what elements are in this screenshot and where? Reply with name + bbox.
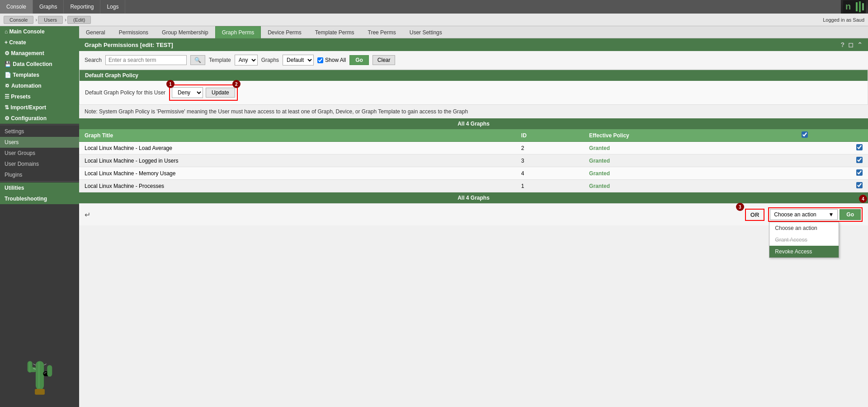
sidebar-item-templates[interactable]: 📄 Templates	[0, 70, 79, 80]
sidebar-item-data-collection[interactable]: 💾 Data Collection	[0, 59, 79, 70]
action-option-3[interactable]: Revoke Access	[769, 246, 839, 257]
content-area: General Permissions Group Membership Gra…	[79, 26, 868, 407]
action-option-2[interactable]: Grant Access	[769, 234, 839, 246]
tab-graph-perms[interactable]: Graph Perms	[215, 26, 261, 38]
graphs-select[interactable]: Default	[283, 55, 314, 65]
graph-id-3: 4	[516, 167, 584, 180]
cactus-image	[22, 353, 58, 398]
sidebar-divider-2	[0, 181, 79, 182]
action-option-1[interactable]: Choose an action	[769, 222, 839, 234]
cactus-logo	[0, 344, 79, 407]
sidebar-item-import-export[interactable]: ⇅ Import/Export	[0, 102, 79, 113]
annotation-1: 1	[166, 80, 175, 88]
col-checkbox	[796, 129, 868, 142]
page-header: Graph Permissions [edit: TEST] ? ◻ ⌃	[79, 38, 868, 51]
sidebar-item-create[interactable]: + Create	[0, 37, 79, 48]
sidebar-item-automation[interactable]: ⛭ Automation	[0, 80, 79, 91]
action-go-button[interactable]: Go	[840, 209, 861, 220]
sidebar-item-user-domains[interactable]: User Domains	[0, 159, 79, 169]
table-row: Local Linux Machine - Logged in Users 3 …	[79, 154, 868, 167]
policy-label: Default Graph Policy for this User	[85, 89, 165, 96]
row-checkbox-4[interactable]	[856, 182, 863, 188]
graph-table-section: All 4 Graphs Graph Title ID Effective Po…	[79, 118, 868, 203]
tab-user-settings[interactable]: User Settings	[403, 26, 449, 38]
tab-tree-perms[interactable]: Tree Perms	[361, 26, 403, 38]
row-checkbox-3[interactable]	[856, 169, 863, 176]
col-effective-policy: Effective Policy	[584, 129, 796, 142]
sidebar-item-user-groups[interactable]: User Groups	[0, 148, 79, 159]
table-row: Local Linux Machine - Memory Usage 4 Gra…	[79, 167, 868, 180]
template-select[interactable]: Any	[235, 55, 258, 65]
help-icon[interactable]: ?	[840, 41, 844, 48]
sidebar-item-troubleshooting[interactable]: Troubleshooting	[0, 193, 79, 204]
sidebar-divider-1	[0, 125, 79, 125]
graphs-label: Graphs	[261, 57, 279, 63]
tab-template-perms[interactable]: Template Perms	[308, 26, 361, 38]
row-checkbox-1[interactable]	[856, 144, 863, 150]
clear-button[interactable]: Clear	[373, 55, 396, 65]
breadcrumb-console[interactable]: Console	[4, 16, 33, 24]
nav-console[interactable]: Console	[0, 0, 33, 14]
show-all-checkbox[interactable]	[317, 57, 323, 63]
graph-check-4	[796, 180, 868, 192]
row-checkbox-2[interactable]	[856, 157, 863, 163]
sidebar-item-utilities[interactable]: Utilities	[0, 182, 79, 193]
svg-rect-9	[47, 365, 52, 376]
sidebar-item-configuration[interactable]: ⚙ Configuration	[0, 113, 79, 124]
collapse-icon[interactable]: ⌃	[857, 41, 863, 48]
sidebar-item-management[interactable]: ⚙ Management	[0, 48, 79, 59]
back-arrow-icon[interactable]: ↵	[85, 211, 90, 219]
sidebar-item-main-console[interactable]: ⌂ Main Console	[0, 26, 79, 37]
svg-line-15	[44, 364, 46, 365]
go-button[interactable]: Go	[349, 55, 369, 65]
table-row: Local Linux Machine - Load Average 2 Gra…	[79, 142, 868, 154]
annotation-4: 4	[859, 195, 867, 203]
update-button[interactable]: Update	[206, 88, 235, 98]
breadcrumb-users[interactable]: Users	[38, 16, 63, 24]
sidebar-item-settings[interactable]: Settings	[0, 126, 79, 137]
graph-id-2: 3	[516, 154, 584, 167]
template-label: Template	[209, 57, 231, 63]
breadcrumb-arrow-2: ›	[65, 17, 66, 23]
tab-device-perms[interactable]: Device Perms	[261, 26, 308, 38]
tab-group-membership[interactable]: Group Membership	[155, 26, 215, 38]
nav-graphs[interactable]: Graphs	[33, 0, 64, 14]
nav-reporting[interactable]: Reporting	[64, 0, 100, 14]
deny-select[interactable]: Deny Grant	[172, 87, 203, 98]
search-input[interactable]	[105, 55, 187, 65]
graph-title-1: Local Linux Machine - Load Average	[79, 142, 516, 154]
sidebar-item-presets[interactable]: ☰ Presets	[0, 91, 79, 102]
logged-in-text: Logged in as Saud	[823, 17, 864, 23]
sidebar-item-plugins[interactable]: Plugins	[0, 169, 79, 180]
search-button[interactable]: 🔍	[190, 55, 205, 65]
graph-title-4: Local Linux Machine - Processes	[79, 180, 516, 192]
col-graph-title: Graph Title	[79, 129, 516, 142]
graph-check-3	[796, 167, 868, 180]
graph-title-2: Local Linux Machine - Logged in Users	[79, 154, 516, 167]
sidebar: ⌂ Main Console + Create ⚙ Management 💾 D…	[0, 26, 79, 407]
show-all-label: Show All	[317, 57, 346, 63]
nav-logs[interactable]: Logs	[100, 0, 125, 14]
bottom-right-actions: 3 OR 4 Choose an action ▼ Go	[745, 207, 863, 222]
graph-policy-4: Granted	[584, 180, 796, 192]
header-icons: ? ◻ ⌃	[840, 41, 863, 48]
toolbar: Search 🔍 Template Any Graphs Default Sho…	[79, 51, 868, 70]
graph-id-4: 1	[516, 180, 584, 192]
svg-rect-12	[29, 362, 30, 372]
breadcrumb-arrow-1: ›	[35, 17, 37, 23]
annotation-2: 2	[232, 80, 241, 88]
svg-rect-3	[859, 1, 861, 12]
expand-icon[interactable]: ◻	[848, 41, 854, 48]
select-all-checkbox[interactable]	[802, 131, 808, 138]
graph-policy-3: Granted	[584, 167, 796, 180]
action-select-display[interactable]: Choose an action ▼	[770, 209, 838, 220]
sidebar-item-users[interactable]: Users	[0, 137, 79, 148]
bottom-action-bar: ↵ 3 OR 4 Choose an action ▼ Go	[79, 203, 868, 225]
svg-rect-10	[35, 389, 45, 395]
tab-permissions[interactable]: Permissions	[112, 26, 155, 38]
graph-title-3: Local Linux Machine - Memory Usage	[79, 167, 516, 180]
breadcrumb-edit[interactable]: (Edit)	[67, 16, 91, 24]
svg-rect-2	[856, 2, 858, 11]
tab-general[interactable]: General	[79, 26, 112, 38]
policy-header: Default Graph Policy	[80, 70, 868, 81]
